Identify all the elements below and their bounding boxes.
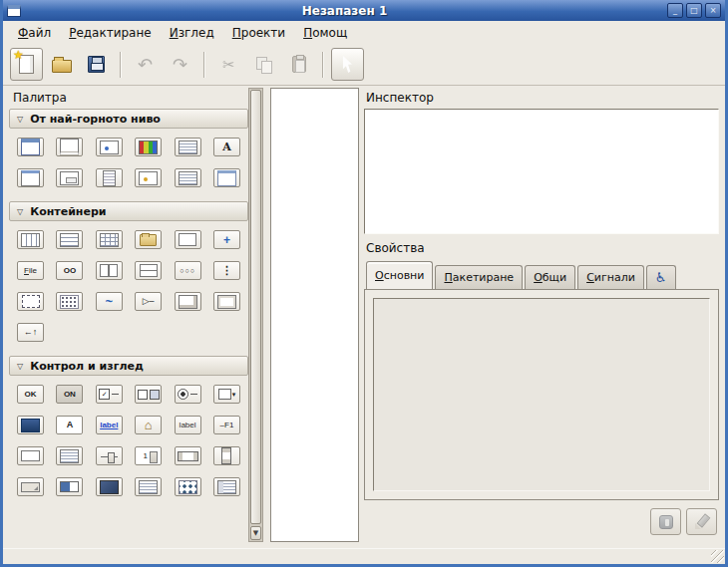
new-button[interactable]	[10, 48, 43, 81]
titlebar[interactable]: Незапазен 1 _□×	[3, 0, 725, 21]
palette-item-hbox[interactable]	[17, 230, 44, 249]
palette-item-toggle-button[interactable]: ON	[56, 385, 83, 404]
save-button[interactable]	[80, 48, 113, 81]
palette-item-link-button[interactable]: label	[96, 416, 123, 434]
tab-accessibility[interactable]: ♿	[646, 265, 676, 289]
spin-button-icon: 1	[143, 452, 147, 460]
palette-item-accel-label[interactable]: –F1	[213, 416, 240, 434]
redo-button[interactable]: ↷	[164, 48, 196, 81]
palette-item-expander[interactable]: ▷–	[135, 292, 162, 311]
palette-section-header[interactable]: ▽Контрол и изглед	[9, 356, 248, 376]
copy-button[interactable]	[247, 48, 280, 81]
palette-item-table[interactable]	[96, 230, 123, 249]
palette-item-message-dialog[interactable]	[96, 138, 123, 156]
palette-item-hpaned[interactable]	[96, 261, 123, 280]
resize-grip[interactable]	[711, 550, 724, 563]
palette-item-vbuttonbox[interactable]: ⋮	[213, 261, 240, 280]
palette-item-image[interactable]	[17, 416, 44, 434]
palette-item-drawing-area[interactable]	[96, 477, 123, 496]
palette-item-spin-button[interactable]: 1	[135, 446, 162, 465]
palette-item-handlebox[interactable]	[17, 292, 44, 311]
palette-item-about-dialog[interactable]	[17, 168, 44, 187]
properties-title: Свойства	[366, 241, 425, 255]
palette-item-list[interactable]	[135, 477, 162, 496]
menu-file[interactable]: Файл	[9, 22, 60, 44]
palette-item-entry[interactable]: A	[56, 416, 83, 434]
maximize-button[interactable]: □	[686, 3, 702, 18]
palette-item-hbuttonbox[interactable]: ○○○	[175, 261, 201, 280]
palette-item-check-button[interactable]	[96, 385, 123, 404]
palette-item-option-menu[interactable]	[135, 385, 162, 404]
open-button[interactable]	[45, 48, 78, 81]
palette-item-file-selection-dialog[interactable]	[175, 138, 201, 156]
tab-general[interactable]: Основни	[366, 261, 433, 289]
palette-item-menubar[interactable]: File	[17, 261, 44, 280]
palette-item-label[interactable]: label	[175, 416, 201, 434]
design-canvas[interactable]	[270, 88, 359, 542]
properties-tabs: ОсновниПакетиранеОбщиСигнали♿	[364, 261, 719, 289]
minimize-button[interactable]: _	[667, 3, 683, 18]
inspector-panel[interactable]	[364, 109, 719, 234]
palette-item-recent-chooser-dialog[interactable]	[175, 168, 201, 187]
window-title: Незапазен 1	[25, 4, 664, 18]
palette-section-header[interactable]: ▽Контейнери	[9, 201, 248, 221]
paste-icon	[292, 56, 306, 73]
palette-item-aspect-frame[interactable]	[175, 230, 201, 249]
menu-projects[interactable]: Проекти	[223, 22, 294, 44]
information-button[interactable]	[650, 508, 681, 535]
window-menu-icon[interactable]	[7, 5, 21, 17]
palette-item-toolbar[interactable]: OO	[56, 261, 83, 280]
palette-item-alignment[interactable]: ←↑	[17, 323, 44, 342]
menu-help[interactable]: Помощ	[294, 22, 356, 44]
tab-signals[interactable]: Сигнали	[577, 265, 644, 289]
tab-packing[interactable]: Пакетиране	[435, 265, 523, 289]
paste-button[interactable]	[282, 48, 315, 81]
palette-item-curve[interactable]: ~	[96, 292, 123, 311]
palette-item-text-view[interactable]	[56, 446, 83, 465]
palette-item-window[interactable]	[17, 138, 44, 156]
cut-button[interactable]: ✂	[212, 48, 245, 81]
palette-item-progress-bar[interactable]	[56, 477, 83, 496]
scroll-down-button[interactable]: ▼	[250, 526, 261, 540]
palette-item-assistant[interactable]	[213, 168, 240, 187]
scrollbar-thumb[interactable]	[250, 90, 261, 524]
palette-item-statusbar[interactable]	[17, 477, 44, 496]
palette-item-viewport[interactable]	[213, 292, 240, 311]
palette-item-radio-button[interactable]	[175, 385, 201, 404]
palette-item-button[interactable]: OK	[17, 385, 44, 404]
palette-item-text-entry[interactable]	[17, 446, 44, 465]
palette-item-vbox[interactable]	[56, 230, 83, 249]
palette-item-fixed[interactable]: +	[213, 230, 240, 249]
palette-item-stock-button[interactable]: ⌂	[135, 416, 162, 434]
palette-item-hscrollbar[interactable]	[175, 446, 201, 465]
menubar-icon: File	[24, 267, 37, 275]
undo-button[interactable]: ↶	[129, 48, 162, 81]
palette-section-label: От най-горното ниво	[30, 113, 161, 126]
palette-item-vscrollbar[interactable]	[213, 446, 240, 465]
palette-item-color-selection-dialog[interactable]	[135, 138, 162, 156]
palette-item-layout[interactable]	[56, 292, 83, 311]
expander-triangle-icon: ▽	[17, 207, 23, 216]
accessibility-icon: ♿	[655, 271, 667, 284]
close-button[interactable]: ×	[705, 3, 721, 18]
menu-view[interactable]: Изглед	[161, 22, 223, 44]
palette-item-input-dialog[interactable]	[56, 168, 83, 187]
palette-item-combo-box[interactable]: ▾	[213, 385, 240, 404]
palette-item-message-dialog-info[interactable]	[135, 168, 162, 187]
edit-button[interactable]	[686, 508, 717, 535]
palette-item-hscale[interactable]	[96, 446, 123, 465]
palette-item-vpaned[interactable]	[135, 261, 162, 280]
toggle-button-icon: ON	[64, 391, 76, 399]
palette-item-tree-view[interactable]	[213, 477, 240, 496]
palette-item-scrolled-window[interactable]	[175, 292, 201, 311]
palette-item-icon-view[interactable]	[175, 477, 201, 496]
palette-scrollbar[interactable]: ▼	[248, 88, 263, 542]
pointer-button[interactable]	[331, 48, 364, 81]
palette-item-font-selection-dialog[interactable]: A	[213, 138, 240, 156]
tab-common[interactable]: Общи	[525, 265, 575, 289]
palette-section-header[interactable]: ▽От най-горното ниво	[9, 109, 248, 129]
palette-item-file-chooser-dialog[interactable]	[96, 168, 123, 187]
menu-edit[interactable]: Редактиране	[60, 22, 161, 44]
palette-item-dialog[interactable]	[56, 138, 83, 156]
palette-item-frame[interactable]	[135, 230, 162, 249]
